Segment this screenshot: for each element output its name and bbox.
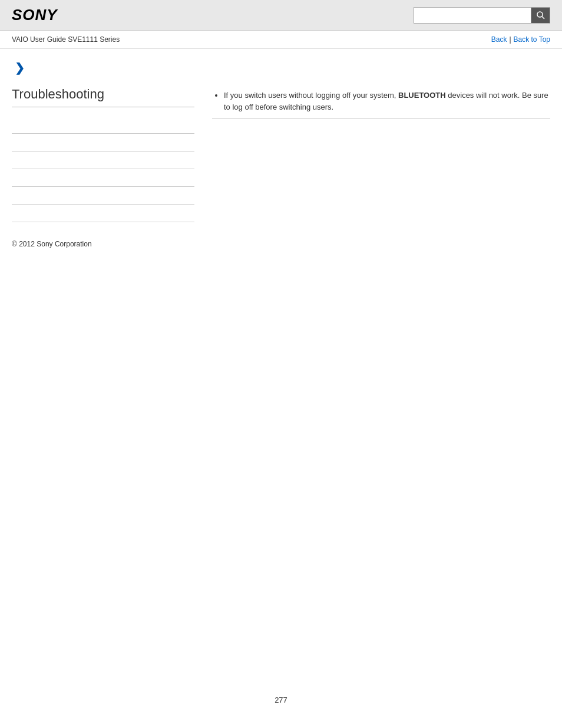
nav-separator: | [509, 35, 511, 44]
search-area [414, 7, 550, 24]
footer-copyright: © 2012 Sony Corporation [12, 240, 194, 248]
page-number-text: 277 [275, 696, 287, 704]
page-number: 277 [0, 696, 562, 704]
right-content: If you switch users without logging off … [212, 87, 550, 248]
back-link[interactable]: Back [491, 35, 507, 44]
svg-point-0 [537, 12, 543, 17]
sidebar-link-2[interactable] [12, 134, 194, 151]
page-header: SONY [0, 0, 562, 31]
list-item: If you switch users without logging off … [224, 90, 550, 113]
sidebar-link-3[interactable] [12, 151, 194, 169]
breadcrumb: VAIO User Guide SVE1111 Series [12, 35, 120, 44]
sony-logo: SONY [12, 6, 58, 24]
sidebar-link-5[interactable] [12, 187, 194, 205]
sidebar-link-1[interactable] [12, 116, 194, 134]
bullet-list: If you switch users without logging off … [212, 90, 550, 113]
content-divider [212, 118, 550, 119]
section-title: Troubleshooting [12, 87, 194, 107]
sidebar-link-6[interactable] [12, 205, 194, 222]
left-sidebar: Troubleshooting © 2012 Sony Corporation [12, 87, 194, 248]
main-content: ❯ Troubleshooting © 2012 Sony Corporatio… [0, 49, 562, 260]
content-layout: Troubleshooting © 2012 Sony Corporation … [12, 87, 550, 248]
arrow-icon: ❯ [15, 61, 550, 75]
search-button[interactable] [531, 7, 550, 24]
svg-line-1 [542, 17, 544, 19]
nav-links: Back | Back to Top [491, 35, 550, 44]
search-input[interactable] [414, 7, 531, 24]
bullet-bold-text: BLUETOOTH [398, 91, 446, 100]
nav-bar: VAIO User Guide SVE1111 Series Back | Ba… [0, 31, 562, 49]
search-icon [536, 11, 546, 20]
bullet-text-before: If you switch users without logging off … [224, 91, 398, 100]
sidebar-link-4[interactable] [12, 169, 194, 187]
back-to-top-link[interactable]: Back to Top [514, 35, 550, 44]
